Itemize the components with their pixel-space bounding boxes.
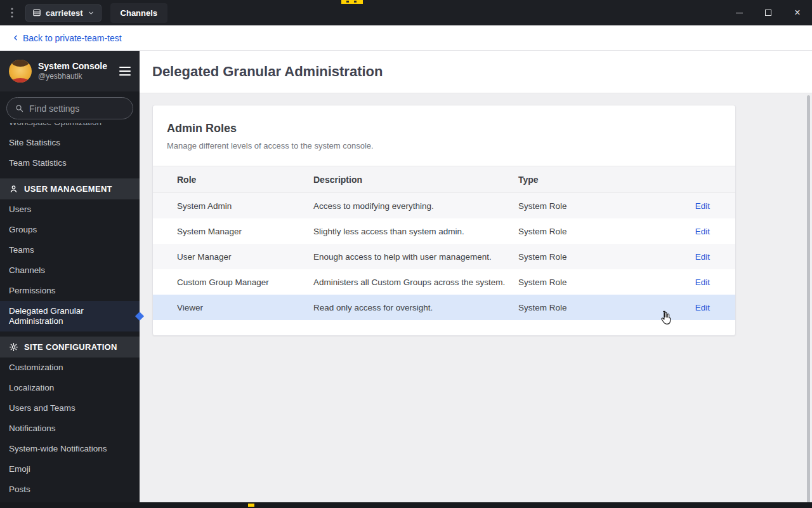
search-icon (15, 104, 24, 113)
maximize-icon (765, 10, 771, 16)
sidebar-item-team-statistics[interactable]: Team Statistics (0, 153, 140, 173)
section-label: USER MANAGEMENT (24, 184, 112, 194)
card-title: Admin Roles (167, 122, 721, 135)
sidebar-item-label: Posts (9, 485, 30, 494)
cell-description: Read only access for oversight. (313, 303, 518, 312)
close-icon: × (794, 7, 800, 18)
table-row-system-manager: System ManagerSlightly less access than … (153, 218, 735, 244)
users-icon (9, 184, 18, 194)
sidebar-item-users[interactable]: Users (0, 199, 140, 220)
sidebar-item-label: Workspace Optimization (9, 123, 131, 128)
cell-type: System Role (518, 252, 678, 262)
sidebar-item-label: Groups (9, 225, 37, 234)
cell-actions: Edit (678, 277, 735, 287)
sidebar-item-label: Teams (9, 245, 34, 255)
taskbar-peek (0, 502, 812, 508)
sidebar-nav: Workspace OptimizationSite StatisticsTea… (0, 123, 140, 508)
table-row-system-admin: System AdminAccess to modifying everythi… (153, 193, 735, 218)
cell-role: System Admin (153, 201, 313, 211)
column-header-description: Description (313, 175, 518, 185)
edit-link[interactable]: Edit (695, 227, 710, 236)
sidebar-item-groups[interactable]: Groups (0, 220, 140, 240)
sidebar-item-posts[interactable]: Posts (0, 479, 140, 500)
search-input[interactable] (29, 104, 125, 114)
window-controls: × (724, 0, 812, 25)
server-name: carrietest (46, 8, 83, 18)
table-row-viewer: ViewerRead only access for oversight.Sys… (153, 295, 735, 320)
titlebar: carrietest Channels × (0, 0, 812, 25)
section-label: SITE CONFIGURATION (24, 342, 117, 352)
sidebar-item-teams[interactable]: Teams (0, 240, 140, 260)
maximize-button[interactable] (754, 0, 783, 25)
background-window-peek (341, 0, 363, 4)
sidebar-item-permissions[interactable]: Permissions (0, 281, 140, 301)
back-link-label: Back to private-team-test (23, 33, 122, 43)
cell-type: System Role (518, 303, 678, 312)
card-header: Admin Roles Manage different levels of a… (153, 105, 735, 166)
back-navigation-bar: Back to private-team-test (0, 25, 812, 51)
cell-actions: Edit (678, 201, 735, 211)
admin-console-sidebar: System Console @yesbhautik Workspace Opt… (0, 51, 140, 508)
back-link[interactable]: Back to private-team-test (11, 33, 122, 43)
cell-description: Slightly less access than system admin. (313, 227, 518, 236)
minimize-button[interactable] (724, 0, 754, 25)
table-row-user-manager: User ManagerEnough access to help with u… (153, 244, 735, 269)
sidebar-item-customization[interactable]: Customization (0, 358, 140, 378)
edit-link[interactable]: Edit (695, 303, 710, 312)
server-selector-button[interactable]: carrietest (25, 4, 102, 22)
sidebar-section-user-management: USER MANAGEMENT (0, 178, 140, 199)
sidebar-item-delegated-granular-administration[interactable]: Delegated Granular Administration (0, 301, 140, 331)
column-header-role: Role (153, 175, 313, 185)
close-button[interactable]: × (783, 0, 812, 25)
vertical-scrollbar[interactable] (807, 95, 810, 503)
edit-link[interactable]: Edit (695, 277, 710, 287)
sidebar-item-localization[interactable]: Localization (0, 378, 140, 398)
sidebar-item-label: Channels (9, 265, 45, 275)
table-row-custom-group-manager: Custom Group ManagerAdministers all Cust… (153, 269, 735, 295)
sidebar-item-system-wide-notifications[interactable]: System-wide Notifications (0, 439, 140, 459)
sidebar-item-notifications[interactable]: Notifications (0, 418, 140, 439)
cell-actions: Edit (678, 227, 735, 236)
sidebar-item-label: Notifications (9, 424, 56, 433)
sidebar-item-label: Users and Teams (9, 403, 75, 413)
cell-type: System Role (518, 201, 678, 211)
card-subtitle: Manage different levels of access to the… (167, 141, 721, 150)
table-body: System AdminAccess to modifying everythi… (153, 193, 735, 320)
sidebar-item-label: Users (9, 204, 31, 214)
settings-search[interactable] (6, 97, 133, 119)
sidebar-item-label: Localization (9, 383, 54, 392)
gear-icon (9, 342, 18, 352)
column-header-type: Type (518, 175, 678, 185)
sidebar-item-workspace-optimization[interactable]: Workspace Optimization (0, 123, 140, 133)
sidebar-item-label: Site Statistics (9, 138, 60, 147)
sidebar-item-site-statistics[interactable]: Site Statistics (0, 133, 140, 153)
console-title: System Console (38, 61, 107, 72)
cell-type: System Role (518, 227, 678, 236)
sidebar-item-emoji[interactable]: Emoji (0, 459, 140, 479)
cell-type: System Role (518, 277, 678, 287)
cell-actions: Edit (678, 252, 735, 262)
app-menu-icon[interactable] (0, 8, 24, 18)
cell-description: Administers all Custom Groups across the… (313, 277, 518, 287)
main-area: Delegated Granular Administration Admin … (140, 51, 812, 508)
cell-description: Access to modifying everything. (313, 201, 518, 211)
sidebar-item-label: Permissions (9, 286, 56, 295)
server-icon (32, 8, 41, 17)
cell-role: Custom Group Manager (153, 277, 313, 287)
sidebar-item-channels[interactable]: Channels (0, 260, 140, 281)
page-header: Delegated Granular Administration (140, 51, 812, 93)
console-identity: System Console @yesbhautik (38, 61, 107, 81)
tab-channels[interactable]: Channels (110, 3, 168, 23)
sidebar-item-label: Delegated Granular Administration (9, 306, 84, 326)
edit-link[interactable]: Edit (695, 201, 710, 211)
sidebar-item-label: Customization (9, 363, 63, 372)
sidebar-item-users-and-teams[interactable]: Users and Teams (0, 398, 140, 418)
sidebar-header: System Console @yesbhautik (0, 51, 140, 91)
cell-role: User Manager (153, 252, 313, 262)
minimize-icon (736, 13, 743, 13)
page-title: Delegated Granular Administration (152, 64, 383, 80)
console-username: @yesbhautik (38, 72, 107, 81)
admin-roles-card: Admin Roles Manage different levels of a… (152, 105, 736, 336)
edit-link[interactable]: Edit (695, 252, 710, 262)
hamburger-menu-icon[interactable] (119, 67, 131, 76)
